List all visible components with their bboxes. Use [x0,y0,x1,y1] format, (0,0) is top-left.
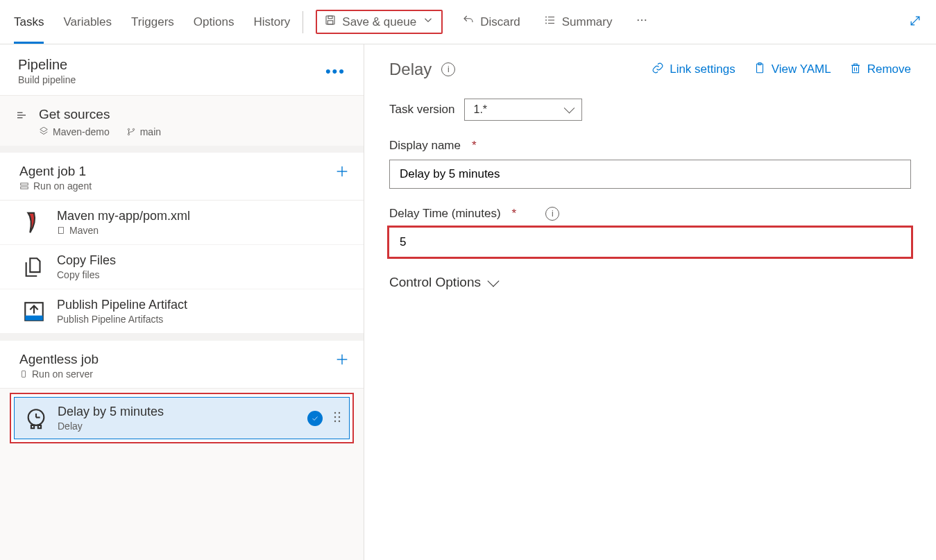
sources-icon [14,107,29,121]
svg-line-12 [911,17,919,25]
remove-button[interactable]: Remove [849,62,911,78]
link-icon [652,62,664,78]
chevron-down-icon [488,275,500,287]
display-name-input[interactable] [389,160,911,189]
get-sources-label: Get sources [39,107,161,122]
svg-point-37 [339,412,340,414]
list-icon [544,14,556,30]
summary-button[interactable]: Summary [540,11,617,33]
pipeline-header[interactable]: Pipeline Build pipeline ••• [0,44,364,96]
pipeline-subtitle: Build pipeline [18,74,325,85]
agentless-job-sub: Run on server [19,368,334,380]
save-icon [324,14,337,30]
svg-rect-44 [852,65,858,73]
copy-icon [22,255,46,279]
svg-point-8 [545,23,546,24]
add-task-button-job2[interactable] [334,352,350,369]
info-icon[interactable]: i [545,207,559,221]
svg-rect-20 [21,187,28,189]
task-publish-artifact[interactable]: Publish Pipeline Artifact Publish Pipeli… [0,289,364,334]
task-maven-name: Maven my-app/pom.xml [57,209,350,223]
task-delay[interactable]: Delay by 5 minutes Delay [14,397,350,439]
discard-button[interactable]: Discard [458,11,525,33]
delay-time-label: Delay Time (minutes)* i [389,207,911,221]
trash-icon [849,62,862,78]
more-icon [636,14,648,30]
agent-job-title: Agent job 1 [19,164,334,179]
agent-job-sub: Run on agent [19,180,334,192]
svg-point-10 [641,19,643,21]
task-copy-sub: Copy files [57,269,350,280]
svg-point-41 [339,421,340,422]
svg-rect-28 [22,371,26,377]
task-version-label: Task version [389,103,454,117]
task-delay-sub: Delay [58,421,298,432]
svg-point-9 [638,19,639,21]
control-options-toggle[interactable]: Control Options [389,275,911,290]
svg-rect-23 [59,228,64,234]
tab-tasks[interactable]: Tasks [14,0,44,44]
main-panel: Delay i Link settings View YAML Remove [364,44,936,560]
add-task-button-job1[interactable] [334,164,350,181]
svg-point-11 [645,19,647,21]
control-options-label: Control Options [389,275,481,290]
svg-point-16 [128,128,129,130]
more-button[interactable] [631,11,652,33]
remove-label: Remove [867,62,911,76]
task-delay-name: Delay by 5 minutes [58,405,298,419]
svg-rect-34 [31,425,34,427]
task-detail-title: Delay i [389,60,455,79]
tab-options[interactable]: Options [194,0,235,44]
link-settings-label: Link settings [670,62,735,76]
display-name-label: Display name* [389,139,911,153]
svg-rect-26 [25,315,43,320]
tab-history[interactable]: History [253,0,290,44]
agent-job-header[interactable]: Agent job 1 Run on agent [0,153,364,201]
save-queue-button[interactable]: Save & queue [316,10,443,34]
svg-point-39 [339,416,340,418]
undo-icon [462,14,475,30]
repo-name: Maven-demo [39,126,110,137]
svg-point-6 [545,17,546,17]
svg-rect-19 [21,183,28,185]
task-valid-badge [307,411,323,426]
agentless-job-title: Agentless job [19,352,334,367]
divider [303,11,303,33]
fullscreen-button[interactable] [908,14,922,30]
link-settings-button[interactable]: Link settings [652,62,735,78]
svg-point-17 [128,133,129,135]
tab-variables[interactable]: Variables [63,0,112,44]
task-maven[interactable]: Maven my-app/pom.xml Maven [0,201,364,245]
svg-point-18 [133,128,134,130]
svg-rect-35 [38,425,41,427]
clipboard-icon [754,62,766,78]
drag-handle-icon[interactable] [332,411,342,425]
selected-task-highlight: Delay by 5 minutes Delay [10,393,354,443]
delay-icon [24,407,48,430]
svg-rect-1 [328,16,332,19]
maven-icon [22,211,46,235]
get-sources-item[interactable]: Get sources Maven-demo main [0,96,364,146]
view-yaml-button[interactable]: View YAML [754,62,831,78]
svg-point-7 [545,20,546,21]
task-copy-files[interactable]: Copy Files Copy files [0,245,364,289]
svg-point-40 [334,421,336,422]
delay-time-input[interactable] [389,228,911,257]
sidebar: Pipeline Build pipeline ••• Get sources … [0,44,364,560]
agentless-job-header[interactable]: Agentless job Run on server [0,341,364,389]
svg-point-36 [334,412,336,414]
pipeline-more-button[interactable]: ••• [325,62,346,80]
task-publish-sub: Publish Pipeline Artifacts [57,314,350,325]
chevron-down-icon [422,14,434,30]
task-publish-name: Publish Pipeline Artifact [57,298,350,312]
tab-triggers[interactable]: Triggers [131,0,174,44]
summary-label: Summary [562,15,613,29]
task-version-select[interactable]: 1.* [464,99,582,121]
publish-icon [22,300,46,323]
branch-name: main [126,126,161,137]
svg-point-38 [334,416,336,418]
view-yaml-label: View YAML [772,62,831,76]
task-maven-sub: Maven [57,225,350,236]
pipeline-title: Pipeline [18,57,325,73]
info-icon[interactable]: i [441,62,455,76]
